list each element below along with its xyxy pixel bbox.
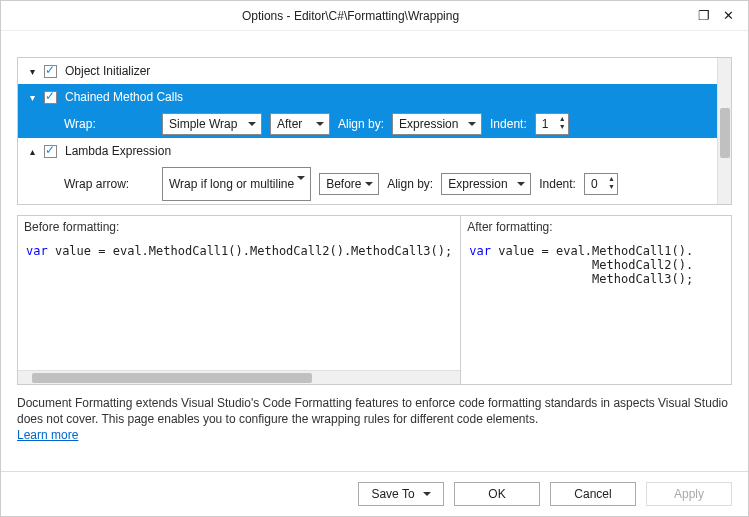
- tree-item-label: Object Initializer: [65, 64, 150, 78]
- code-text: value = eval.MethodCall1().MethodCall2()…: [48, 244, 453, 258]
- options-tree-container: ▾ Object Initializer ▾ Chained Method Ca…: [17, 57, 732, 205]
- scrollbar-thumb[interactable]: [720, 108, 730, 158]
- collapse-icon[interactable]: ▾: [20, 66, 44, 77]
- chained-method-calls-checkbox[interactable]: [44, 91, 57, 104]
- options-tree: ▾ Object Initializer ▾ Chained Method Ca…: [18, 58, 731, 204]
- code-keyword: var: [26, 244, 48, 258]
- wrap-position-select[interactable]: After: [270, 113, 330, 135]
- tree-item-label: Chained Method Calls: [65, 90, 183, 104]
- collapse-icon[interactable]: ▴: [20, 146, 44, 157]
- wrap-arrow-mode-value: Wrap if long or multiline: [169, 177, 294, 191]
- indent-stepper[interactable]: 1▲▼: [535, 113, 569, 135]
- tree-item-object-initializer[interactable]: ▾ Object Initializer: [18, 58, 731, 84]
- tree-item-label: Lambda Expression: [65, 144, 171, 158]
- align-by-select[interactable]: Expression: [441, 173, 531, 195]
- align-by-select[interactable]: Expression: [392, 113, 482, 135]
- stepper-arrows-icon[interactable]: ▲▼: [608, 175, 615, 191]
- align-by-value: Expression: [448, 177, 507, 191]
- wrap-arrow-mode-select[interactable]: Wrap if long or multiline: [162, 167, 311, 201]
- align-by-value: Expression: [399, 117, 458, 131]
- tree-item-chained-method-calls[interactable]: ▾ Chained Method Calls: [18, 84, 731, 110]
- collapse-icon[interactable]: ▾: [20, 92, 44, 103]
- window-title: Options - Editor\C#\Formatting\Wrapping: [9, 9, 692, 23]
- after-pane: After formatting: var value = eval.Metho…: [460, 216, 731, 384]
- align-by-label: Align by:: [387, 177, 433, 191]
- indent-stepper[interactable]: 0▲▼: [584, 173, 618, 195]
- code-text: value = eval.MethodCall1().: [491, 244, 693, 258]
- wrap-arrow-position-select[interactable]: Before: [319, 173, 379, 195]
- content-area: ▾ Object Initializer ▾ Chained Method Ca…: [1, 31, 748, 471]
- horizontal-scrollbar[interactable]: [18, 370, 460, 384]
- after-code: var value = eval.MethodCall1(). MethodCa…: [461, 238, 731, 384]
- lambda-expression-checkbox[interactable]: [44, 145, 57, 158]
- indent-value: 0: [591, 177, 598, 191]
- object-initializer-checkbox[interactable]: [44, 65, 57, 78]
- description-text: Document Formatting extends Visual Studi…: [17, 395, 732, 444]
- wrap-label: Wrap:: [64, 117, 154, 131]
- align-by-label: Align by:: [338, 117, 384, 131]
- save-to-label: Save To: [371, 487, 414, 501]
- description-body: Document Formatting extends Visual Studi…: [17, 396, 728, 426]
- wrap-arrow-label: Wrap arrow:: [64, 177, 154, 191]
- preview-panel: Before formatting: var value = eval.Meth…: [17, 215, 732, 385]
- before-header: Before formatting:: [18, 216, 460, 238]
- lambda-expression-settings: Wrap arrow: Wrap if long or multiline Be…: [18, 164, 731, 204]
- wrap-position-value: After: [277, 117, 302, 131]
- code-keyword: var: [469, 244, 491, 258]
- titlebar: Options - Editor\C#\Formatting\Wrapping …: [1, 1, 748, 31]
- stepper-arrows-icon[interactable]: ▲▼: [559, 115, 566, 131]
- indent-value: 1: [542, 117, 549, 131]
- indent-label: Indent:: [490, 117, 527, 131]
- scrollbar-thumb[interactable]: [32, 373, 312, 383]
- vertical-scrollbar[interactable]: [717, 58, 731, 204]
- tree-item-lambda-expression[interactable]: ▴ Lambda Expression: [18, 138, 731, 164]
- ok-button[interactable]: OK: [454, 482, 540, 506]
- after-header: After formatting:: [461, 216, 731, 238]
- save-to-button[interactable]: Save To: [358, 482, 444, 506]
- close-icon[interactable]: ✕: [716, 6, 740, 26]
- wrap-arrow-position-value: Before: [326, 177, 361, 191]
- wrap-mode-value: Simple Wrap: [169, 117, 237, 131]
- code-text: MethodCall2().: [469, 258, 693, 272]
- cancel-button[interactable]: Cancel: [550, 482, 636, 506]
- maximize-icon[interactable]: ❐: [692, 6, 716, 26]
- learn-more-link[interactable]: Learn more: [17, 428, 78, 442]
- indent-label: Indent:: [539, 177, 576, 191]
- before-pane: Before formatting: var value = eval.Meth…: [18, 216, 460, 384]
- apply-button: Apply: [646, 482, 732, 506]
- code-text: MethodCall3();: [469, 272, 693, 286]
- wrap-mode-select[interactable]: Simple Wrap: [162, 113, 262, 135]
- chained-method-calls-settings: Wrap: Simple Wrap After Align by: Expres…: [18, 110, 731, 138]
- button-bar: Save To OK Cancel Apply: [1, 471, 748, 516]
- before-code: var value = eval.MethodCall1().MethodCal…: [18, 238, 460, 370]
